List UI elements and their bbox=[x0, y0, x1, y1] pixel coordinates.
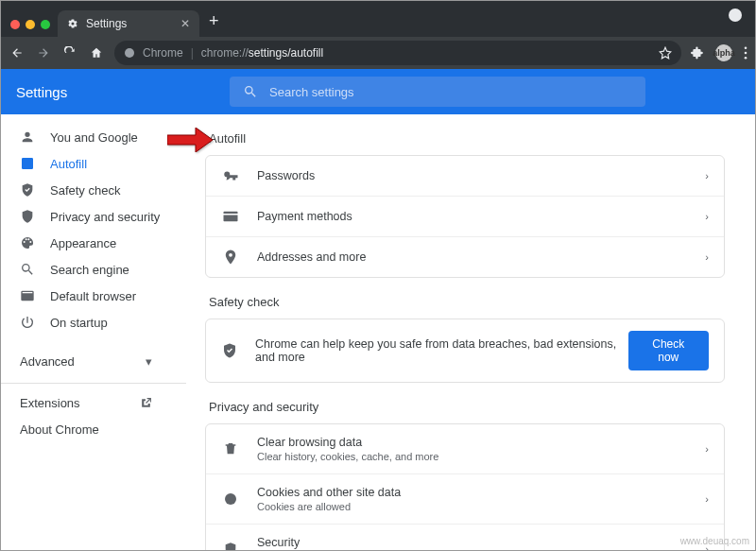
safety-text: Chrome can help keep you safe from data … bbox=[255, 337, 628, 364]
shield-check-icon bbox=[221, 342, 238, 359]
section-title-autofill: Autofill bbox=[209, 131, 725, 146]
profile-avatar[interactable]: alpha bbox=[715, 44, 732, 61]
bookmark-star-icon[interactable] bbox=[659, 46, 672, 60]
row-addresses[interactable]: Addresses and more › bbox=[206, 237, 724, 277]
address-bar[interactable]: Chrome | chrome://settings/autofill bbox=[114, 41, 681, 65]
row-payment-methods[interactable]: Payment methods › bbox=[206, 197, 724, 237]
key-icon bbox=[221, 167, 240, 184]
main-content: Autofill Passwords › Payment methods › A… bbox=[186, 114, 755, 551]
sidebar-item-autofill[interactable]: Autofill bbox=[1, 150, 186, 177]
row-clear-browsing-data[interactable]: Clear browsing dataClear history, cookie… bbox=[206, 424, 724, 474]
sidebar-item-label: You and Google bbox=[50, 130, 138, 145]
sidebar-item-default-browser[interactable]: Default browser bbox=[1, 283, 186, 309]
sidebar-item-appearance[interactable]: Appearance bbox=[1, 230, 186, 256]
gear-icon bbox=[67, 18, 78, 29]
row-security[interactable]: SecuritySafe Browsing (protection from d… bbox=[206, 525, 724, 551]
person-icon bbox=[20, 129, 35, 145]
sidebar-item-safety-check[interactable]: Safety check bbox=[1, 177, 186, 203]
mac-window-controls bbox=[10, 20, 58, 37]
search-icon bbox=[20, 262, 35, 277]
palette-icon bbox=[20, 235, 35, 250]
sidebar-item-label: On startup bbox=[50, 316, 108, 330]
section-title-safety: Safety check bbox=[209, 295, 725, 309]
sidebar-item-search-engine[interactable]: Search engine bbox=[1, 256, 186, 283]
sidebar-item-on-startup[interactable]: On startup bbox=[1, 309, 186, 336]
location-icon bbox=[221, 249, 240, 266]
mac-zoom-icon[interactable] bbox=[41, 20, 50, 29]
row-subtitle: Clear history, cookies, cache, and more bbox=[257, 451, 438, 462]
card-icon bbox=[221, 208, 240, 225]
svg-point-1 bbox=[745, 46, 747, 49]
home-button[interactable] bbox=[88, 46, 105, 60]
autofill-card: Passwords › Payment methods › Addresses … bbox=[205, 155, 725, 278]
search-input[interactable]: Search settings bbox=[230, 77, 645, 107]
chevron-down-icon: ▾ bbox=[146, 354, 152, 369]
browser-tab-settings[interactable]: Settings ✕ bbox=[58, 10, 199, 37]
sidebar-item-label: Default browser bbox=[50, 289, 136, 303]
check-now-button[interactable]: Check now bbox=[628, 331, 709, 370]
sidebar: You and Google Autofill Safety check Pri… bbox=[1, 114, 186, 551]
page-title: Settings bbox=[16, 84, 67, 100]
back-button[interactable] bbox=[9, 46, 26, 60]
extensions-icon[interactable] bbox=[691, 46, 704, 60]
chevron-right-icon: › bbox=[705, 170, 709, 181]
url-label: Chrome bbox=[143, 46, 183, 60]
row-cookies[interactable]: Cookies and other site dataCookies are a… bbox=[206, 474, 724, 525]
browser-toolbar: Chrome | chrome://settings/autofill alph… bbox=[1, 37, 755, 69]
sidebar-item-label: Appearance bbox=[50, 236, 116, 250]
watermark: www.deuaq.com bbox=[680, 536, 749, 546]
power-icon bbox=[20, 315, 35, 330]
shield-icon bbox=[20, 209, 35, 224]
window-corner-dot bbox=[729, 9, 742, 22]
row-label: Clear browsing data bbox=[257, 436, 438, 449]
forward-button[interactable] bbox=[35, 46, 52, 60]
sidebar-item-label: Autofill bbox=[50, 157, 87, 171]
browser-icon bbox=[20, 288, 35, 303]
sidebar-item-label: Search engine bbox=[50, 263, 129, 277]
row-passwords[interactable]: Passwords › bbox=[206, 156, 724, 197]
chevron-right-icon: › bbox=[705, 251, 709, 263]
sidebar-item-label: Privacy and security bbox=[50, 210, 160, 224]
mac-close-icon[interactable] bbox=[10, 20, 20, 29]
mac-minimize-icon[interactable] bbox=[26, 20, 35, 29]
svg-point-0 bbox=[125, 48, 134, 58]
chevron-right-icon: › bbox=[705, 493, 709, 505]
tab-title: Settings bbox=[86, 17, 127, 30]
sidebar-advanced-toggle[interactable]: Advanced ▾ bbox=[1, 345, 186, 377]
menu-dots-icon[interactable] bbox=[744, 46, 747, 60]
reload-button[interactable] bbox=[61, 46, 78, 60]
close-icon[interactable]: ✕ bbox=[180, 17, 190, 30]
sidebar-extensions-link[interactable]: Extensions bbox=[1, 389, 186, 416]
row-label: Passwords bbox=[257, 169, 315, 182]
safety-card: Chrome can help keep you safe from data … bbox=[205, 319, 725, 383]
cookie-icon bbox=[221, 491, 240, 507]
section-title-privacy: Privacy and security bbox=[209, 400, 725, 414]
row-label: Cookies and other site data bbox=[257, 486, 401, 499]
sidebar-advanced-label: Advanced bbox=[20, 354, 75, 369]
sidebar-item-privacy[interactable]: Privacy and security bbox=[1, 203, 186, 230]
svg-point-3 bbox=[745, 57, 747, 60]
row-subtitle: Cookies are allowed bbox=[257, 501, 401, 512]
settings-header: Settings Search settings bbox=[1, 69, 755, 114]
search-placeholder: Search settings bbox=[269, 85, 354, 99]
sidebar-about-link[interactable]: About Chrome bbox=[1, 416, 186, 442]
tab-strip: Settings ✕ + bbox=[1, 9, 755, 37]
autofill-icon bbox=[20, 156, 35, 171]
trash-icon bbox=[221, 441, 240, 456]
chevron-right-icon: › bbox=[705, 443, 709, 455]
sidebar-about-label: About Chrome bbox=[20, 422, 99, 437]
red-arrow-annotation bbox=[186, 128, 213, 156]
privacy-card: Clear browsing dataClear history, cookie… bbox=[205, 423, 725, 551]
search-icon bbox=[243, 84, 258, 99]
divider bbox=[1, 383, 186, 384]
row-label: Payment methods bbox=[257, 210, 352, 223]
sidebar-item-you-and-google[interactable]: You and Google bbox=[1, 124, 186, 150]
shield-check-icon bbox=[20, 182, 35, 198]
sidebar-item-label: Safety check bbox=[50, 183, 120, 198]
info-icon bbox=[124, 47, 135, 59]
row-label: Addresses and more bbox=[257, 250, 366, 264]
svg-point-4 bbox=[225, 493, 236, 505]
svg-point-2 bbox=[745, 52, 747, 55]
new-tab-button[interactable]: + bbox=[199, 11, 229, 37]
chevron-right-icon: › bbox=[705, 211, 709, 222]
